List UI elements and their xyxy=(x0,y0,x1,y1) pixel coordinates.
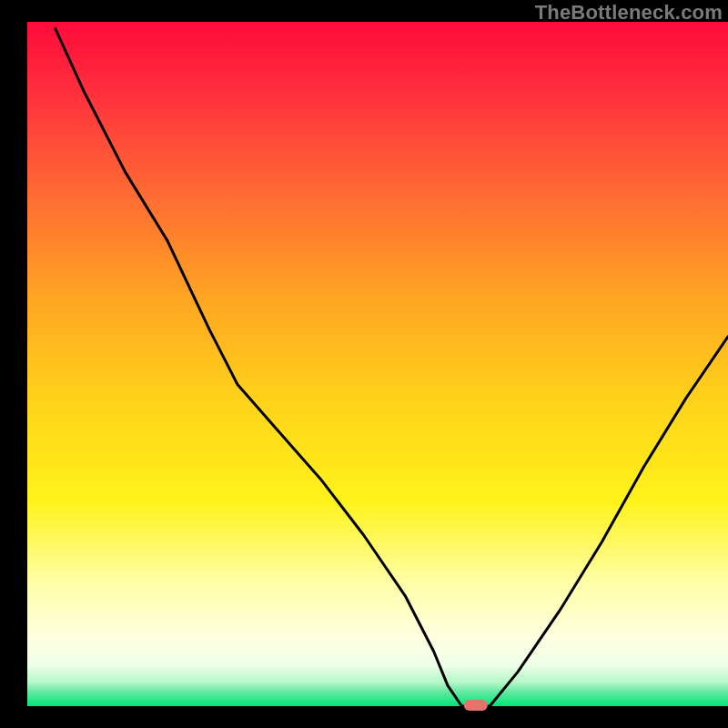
plot-area xyxy=(27,22,728,706)
chart-container: { "watermark": "TheBottleneck.com", "cha… xyxy=(0,0,728,728)
optimal-marker xyxy=(464,700,488,711)
bottleneck-chart xyxy=(0,0,728,728)
watermark-text: TheBottleneck.com xyxy=(535,1,723,25)
